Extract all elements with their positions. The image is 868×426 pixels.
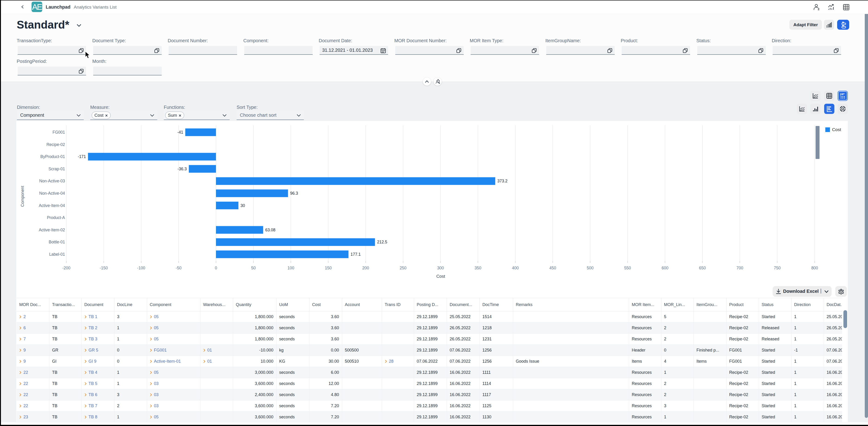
svg-text:700: 700 <box>737 266 743 270</box>
svg-text:96.3: 96.3 <box>290 191 298 195</box>
svg-text:Active-Item-04: Active-Item-04 <box>39 203 65 208</box>
svg-text:Product-A: Product-A <box>47 215 65 220</box>
svg-text:-171: -171 <box>78 154 86 159</box>
svg-text:0: 0 <box>215 266 217 270</box>
svg-text:177.1: 177.1 <box>350 252 361 256</box>
svg-text:150: 150 <box>325 266 332 270</box>
svg-text:-150: -150 <box>100 266 108 270</box>
svg-text:200: 200 <box>362 266 369 270</box>
svg-text:-200: -200 <box>62 266 70 270</box>
svg-text:350: 350 <box>474 266 481 270</box>
svg-text:30: 30 <box>241 203 245 208</box>
svg-text:-36.3: -36.3 <box>178 166 187 171</box>
svg-text:212.5: 212.5 <box>377 240 388 244</box>
svg-text:450: 450 <box>549 266 556 270</box>
svg-text:550: 550 <box>624 266 631 270</box>
svg-text:FG001: FG001 <box>53 130 65 134</box>
svg-text:300: 300 <box>437 266 444 270</box>
svg-text:Cost: Cost <box>832 127 841 132</box>
svg-text:-50: -50 <box>176 266 182 270</box>
svg-text:750: 750 <box>774 266 780 270</box>
svg-text:100: 100 <box>287 266 294 270</box>
svg-text:Recipe-02: Recipe-02 <box>46 142 65 147</box>
svg-text:-100: -100 <box>137 266 145 270</box>
svg-text:500: 500 <box>587 266 594 270</box>
svg-text:Non-Active-03: Non-Active-03 <box>39 179 65 183</box>
svg-text:ByProduct-01: ByProduct-01 <box>40 154 65 159</box>
svg-text:Scrap-01: Scrap-01 <box>49 166 65 171</box>
svg-text:Cost: Cost <box>436 274 445 279</box>
svg-text:650: 650 <box>699 266 706 270</box>
svg-text:250: 250 <box>400 266 406 270</box>
svg-text:373.2: 373.2 <box>497 179 507 183</box>
svg-text:Non-Active-04: Non-Active-04 <box>39 191 65 195</box>
svg-text:Label-01: Label-01 <box>49 252 65 256</box>
svg-text:Bottle-01: Bottle-01 <box>49 240 65 244</box>
svg-text:800: 800 <box>811 266 818 270</box>
svg-text:400: 400 <box>512 266 519 270</box>
svg-text:600: 600 <box>661 266 668 270</box>
svg-text:50: 50 <box>251 266 256 270</box>
svg-text:Active-Item-02: Active-Item-02 <box>39 227 65 232</box>
svg-text:63.08: 63.08 <box>265 227 275 232</box>
svg-text:-41: -41 <box>177 130 183 134</box>
svg-text:Component: Component <box>20 186 25 207</box>
